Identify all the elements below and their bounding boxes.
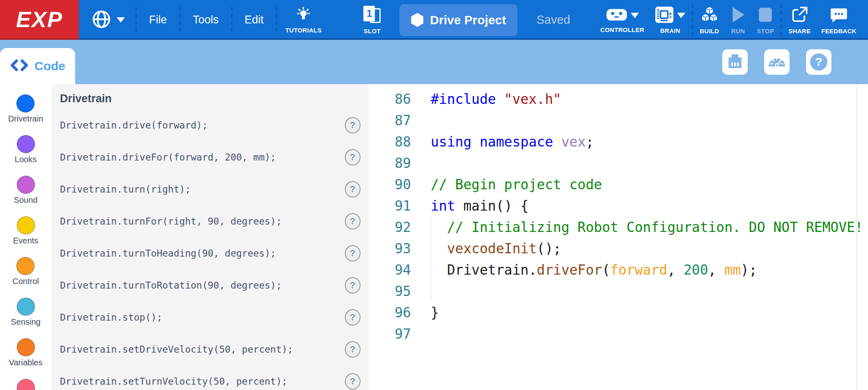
menu-tools[interactable]: Tools bbox=[181, 14, 231, 26]
command-help-button[interactable]: ? bbox=[345, 117, 361, 133]
command-row[interactable]: Drivetrain.stop(); ? bbox=[60, 301, 368, 333]
command-text: Drivetrain.turnToHeading(90, degrees); bbox=[60, 248, 276, 259]
category-label: Sensing bbox=[11, 317, 40, 327]
category-item-partial[interactable] bbox=[17, 379, 35, 390]
share-button[interactable]: SHARE bbox=[784, 0, 815, 40]
build-label: BUILD bbox=[700, 28, 719, 34]
command-row[interactable]: Drivetrain.turnFor(right, 90, degrees); … bbox=[60, 205, 368, 237]
feedback-button[interactable]: FEEDBACK bbox=[817, 0, 861, 40]
command-help-button[interactable]: ? bbox=[345, 245, 361, 262]
tutorials-label: TUTORIALS bbox=[285, 27, 321, 34]
line-number: 88 bbox=[368, 134, 411, 150]
command-row[interactable]: Drivetrain.turnToHeading(90, degrees); ? bbox=[60, 237, 368, 269]
category-sidebar: Drivetrain Looks Sound Events Control Se… bbox=[0, 84, 51, 390]
hexagon-icon bbox=[411, 13, 423, 27]
line-number: 89 bbox=[368, 155, 411, 171]
code-line: 89 bbox=[368, 152, 868, 174]
stop-label: STOP bbox=[757, 28, 774, 34]
line-number: 94 bbox=[368, 262, 411, 278]
command-text: Drivetrain.drive(forward); bbox=[60, 120, 208, 131]
chevron-down-icon bbox=[631, 13, 639, 18]
command-text: Drivetrain.turn(right); bbox=[60, 184, 191, 195]
editor-header: Code bbox=[0, 40, 868, 84]
feedback-bubble-icon bbox=[830, 6, 848, 25]
command-palette: Drivetrain Drivetrain.drive(forward); ? … bbox=[51, 84, 368, 390]
run-button[interactable]: RUN bbox=[726, 0, 750, 40]
code-text: Drivetrain.driveFor(forward, 200, mm); bbox=[431, 262, 757, 278]
lightbulb-icon bbox=[295, 7, 312, 25]
category-color-dot bbox=[17, 298, 35, 316]
category-color-dot bbox=[17, 176, 35, 194]
command-help-button[interactable]: ? bbox=[345, 277, 361, 294]
brain-button[interactable]: BRAIN bbox=[651, 0, 689, 40]
brain-label: BRAIN bbox=[660, 27, 680, 34]
controller-label: CONTROLLER bbox=[600, 26, 644, 33]
command-help-button[interactable]: ? bbox=[345, 181, 361, 197]
help-button[interactable]: ? bbox=[806, 49, 831, 75]
command-help-button[interactable]: ? bbox=[345, 341, 361, 358]
category-color-dot bbox=[16, 94, 34, 112]
command-help-button[interactable]: ? bbox=[345, 373, 361, 390]
controller-icon bbox=[606, 7, 627, 24]
code-line: 96 } bbox=[368, 302, 868, 323]
line-number: 91 bbox=[368, 198, 411, 214]
command-help-button[interactable]: ? bbox=[345, 149, 361, 165]
category-item[interactable]: Looks bbox=[15, 135, 37, 164]
stop-button[interactable]: STOP bbox=[753, 0, 778, 40]
build-cubes-icon bbox=[700, 6, 719, 25]
devices-button[interactable] bbox=[722, 49, 748, 75]
category-item[interactable]: Control bbox=[12, 257, 39, 286]
category-item[interactable]: Drivetrain bbox=[8, 94, 44, 124]
share-icon bbox=[790, 6, 808, 25]
tutorials-button[interactable]: TUTORIALS bbox=[280, 0, 326, 40]
build-button[interactable]: BUILD bbox=[696, 0, 723, 40]
code-text: } bbox=[431, 305, 439, 321]
command-help-button[interactable]: ? bbox=[345, 213, 361, 229]
command-row[interactable]: Drivetrain.setTurnVelocity(50, percent);… bbox=[60, 365, 368, 390]
code-line: 87 bbox=[368, 110, 868, 131]
project-name-button[interactable]: Drive Project bbox=[400, 4, 517, 36]
code-text: vexcodeInit(); bbox=[431, 241, 561, 257]
category-label: Variables bbox=[9, 358, 43, 367]
command-row[interactable]: Drivetrain.turnToRotation(90, degrees); … bbox=[60, 269, 368, 301]
command-text: Drivetrain.stop(); bbox=[60, 312, 162, 323]
dashboard-button[interactable] bbox=[764, 49, 790, 75]
category-item[interactable]: Variables bbox=[9, 338, 43, 367]
command-row[interactable]: Drivetrain.drive(forward); ? bbox=[60, 109, 368, 141]
command-help-button[interactable]: ? bbox=[345, 309, 361, 326]
language-menu[interactable] bbox=[91, 0, 125, 40]
code-editor[interactable]: 86 #include "vex.h" 87 88 using namespac… bbox=[368, 84, 868, 390]
command-row[interactable]: Drivetrain.driveFor(forward, 200, mm); ? bbox=[60, 141, 368, 173]
code-text: int main() { bbox=[431, 198, 528, 214]
code-line: 90 // Begin project code bbox=[368, 174, 868, 195]
tab-code[interactable]: Code bbox=[0, 48, 75, 84]
slot-button[interactable]: 1 SLOT bbox=[358, 0, 386, 40]
code-line: 91 int main() { bbox=[368, 195, 868, 216]
toolbar-separator bbox=[692, 4, 693, 36]
category-label: Control bbox=[12, 277, 39, 286]
category-item[interactable]: Sound bbox=[14, 176, 38, 205]
code-line: 92 // Initializing Robot Configuration. … bbox=[368, 216, 868, 238]
line-number: 90 bbox=[368, 177, 411, 193]
line-number: 86 bbox=[368, 91, 411, 107]
category-item[interactable]: Events bbox=[13, 216, 38, 245]
slot-label: SLOT bbox=[364, 28, 381, 34]
save-status: Saved bbox=[536, 13, 570, 27]
category-color-dot bbox=[17, 338, 35, 356]
category-item[interactable]: Sensing bbox=[11, 298, 40, 327]
line-number: 95 bbox=[368, 283, 411, 299]
command-text: Drivetrain.turnFor(right, 90, degrees); bbox=[60, 216, 282, 227]
code-line: 86 #include "vex.h" bbox=[368, 88, 868, 110]
line-number: 87 bbox=[368, 112, 411, 128]
menu-edit[interactable]: Edit bbox=[232, 14, 276, 26]
globe-icon bbox=[91, 9, 112, 31]
editor-scrollbar[interactable] bbox=[857, 84, 857, 390]
controller-button[interactable]: CONTROLLER bbox=[596, 0, 648, 40]
category-color-dot bbox=[17, 135, 35, 153]
command-row[interactable]: Drivetrain.setDriveVelocity(50, percent)… bbox=[60, 333, 368, 365]
menu-file[interactable]: File bbox=[137, 14, 179, 26]
run-label: RUN bbox=[731, 28, 745, 34]
share-label: SHARE bbox=[788, 28, 811, 34]
command-row[interactable]: Drivetrain.turn(right); ? bbox=[60, 173, 368, 205]
category-color-dot bbox=[16, 257, 34, 275]
